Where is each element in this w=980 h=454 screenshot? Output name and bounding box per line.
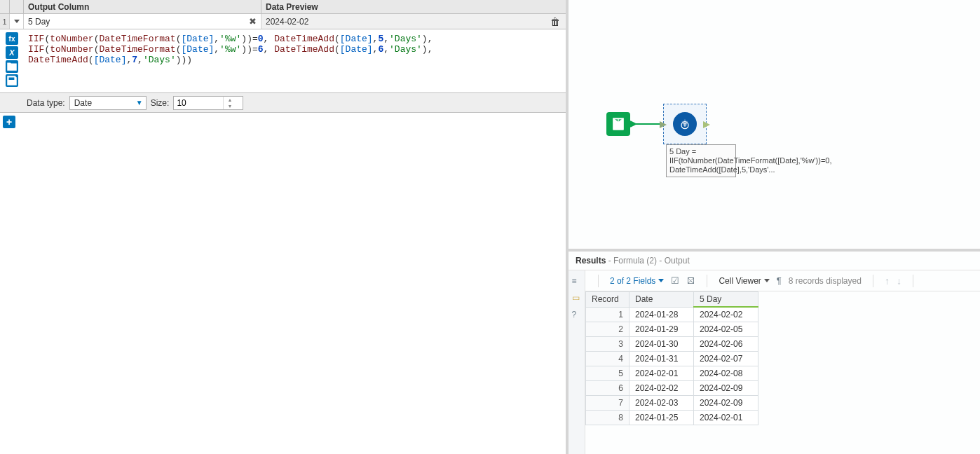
workflow-canvas[interactable]: 5 Day = IIF(toNumber(DateTimeFormat([Dat…: [569, 0, 980, 252]
tool-annotation[interactable]: 5 Day = IIF(toNumber(DateTimeFormat([Dat…: [666, 144, 736, 177]
results-table: Record Date 5 Day 12024-01-282024-02-022…: [585, 291, 758, 425]
list-view-icon[interactable]: ≡: [572, 276, 582, 286]
size-spinner[interactable]: ▲▼: [223, 97, 236, 109]
date-cell[interactable]: 2024-02-03: [629, 396, 694, 411]
records-displayed-label: 8 records displayed: [789, 276, 862, 286]
clear-output-icon[interactable]: ✖: [249, 16, 257, 27]
date-cell[interactable]: 2024-01-30: [629, 337, 694, 352]
col-record-header[interactable]: Record: [586, 292, 629, 308]
rownum-header: [0, 0, 10, 13]
results-title-bold: Results: [576, 256, 606, 266]
date-cell[interactable]: 2024-02-01: [629, 366, 694, 381]
prev-arrow-icon[interactable]: ↑: [885, 275, 890, 287]
formula-sidebar: fx X: [0, 29, 24, 92]
clear-selection-icon[interactable]: ⛝: [686, 275, 695, 286]
size-input[interactable]: [174, 98, 223, 108]
5day-cell[interactable]: 2024-02-07: [694, 352, 758, 366]
spinner-down-icon[interactable]: ▼: [224, 103, 236, 109]
help-icon[interactable]: ?: [572, 310, 582, 319]
dropdown-caret-icon: ▼: [136, 99, 143, 106]
table-row[interactable]: 12024-01-282024-02-02: [586, 307, 758, 322]
datatype-label: Data type:: [27, 98, 65, 108]
5day-cell[interactable]: 2024-02-09: [694, 381, 758, 396]
chevron-down-icon: [658, 279, 664, 282]
record-cell: 5: [586, 366, 629, 381]
spinner-up-icon[interactable]: ▲: [224, 97, 236, 103]
record-cell: 6: [586, 381, 629, 396]
size-label: Size:: [151, 98, 170, 108]
date-cell[interactable]: 2024-01-25: [629, 411, 694, 425]
5day-cell[interactable]: 2024-02-02: [694, 307, 758, 322]
formula-editor-area: fx X IIF(toNumber(DateTimeFormat([Date],…: [0, 29, 566, 93]
fx-functions-icon[interactable]: fx: [6, 32, 18, 45]
chevron-down-icon: [764, 279, 770, 282]
note-view-icon[interactable]: ▭: [572, 293, 582, 303]
formula-config-panel: Output Column Data Preview 1 5 Day ✖ 202…: [0, 0, 569, 454]
output-column-header: Output Column: [24, 0, 261, 13]
results-title: Results - Formula (2) - Output: [569, 252, 980, 270]
record-cell: 4: [586, 352, 629, 366]
5day-cell[interactable]: 2024-02-09: [694, 396, 758, 411]
5day-cell[interactable]: 2024-02-01: [694, 411, 758, 425]
5day-cell[interactable]: 2024-02-08: [694, 366, 758, 381]
date-cell[interactable]: 2024-01-28: [629, 307, 694, 322]
formula-tool-icon: [673, 112, 697, 136]
date-cell[interactable]: 2024-02-02: [629, 381, 694, 396]
table-row[interactable]: 42024-01-312024-02-07: [586, 352, 758, 366]
record-cell: 3: [586, 337, 629, 352]
row-number: 1: [0, 14, 10, 29]
col-date-header[interactable]: Date: [629, 292, 694, 308]
date-cell[interactable]: 2024-01-31: [629, 352, 694, 366]
data-preview-value: 2024-02-02: [266, 17, 308, 27]
formula-textarea[interactable]: IIF(toNumber(DateTimeFormat([Date],'%w')…: [24, 29, 566, 92]
cell-viewer-dropdown[interactable]: Cell Viewer: [719, 276, 769, 286]
output-anchor-2-icon[interactable]: [703, 121, 710, 128]
input-data-tool[interactable]: [606, 112, 630, 136]
pilcrow-icon[interactable]: ¶: [777, 275, 782, 286]
results-title-rest: - Formula (2) - Output: [606, 256, 689, 266]
data-preview-cell: 2024-02-02 🗑: [261, 14, 566, 29]
table-row[interactable]: 62024-02-022024-02-09: [586, 381, 758, 396]
data-preview-header: Data Preview: [261, 0, 566, 13]
fields-dropdown[interactable]: 2 of 2 Fields: [610, 276, 664, 286]
folder-icon[interactable]: [6, 60, 18, 73]
table-row[interactable]: 82024-01-252024-02-01: [586, 411, 758, 425]
next-arrow-icon[interactable]: ↓: [897, 275, 901, 287]
size-input-wrap: ▲▼: [173, 96, 243, 110]
add-expression-button[interactable]: +: [3, 116, 15, 128]
output-column-cell[interactable]: 5 Day ✖: [24, 14, 261, 29]
save-icon[interactable]: [6, 74, 18, 87]
table-row[interactable]: 22024-01-292024-02-05: [586, 322, 758, 337]
formula-tool-selected[interactable]: [663, 104, 707, 144]
expand-header: [10, 0, 24, 13]
table-row[interactable]: 52024-02-012024-02-08: [586, 366, 758, 381]
col-5day-header[interactable]: 5 Day: [694, 292, 758, 308]
results-toolbar: 2 of 2 Fields ☑ ⛝ Cell Viewer ¶ 8 record…: [585, 270, 980, 291]
x-variables-icon[interactable]: X: [6, 46, 18, 59]
record-cell: 2: [586, 322, 629, 337]
results-panel: Results - Formula (2) - Output ≡ ▭ ? 2 o…: [569, 252, 980, 454]
5day-cell[interactable]: 2024-02-05: [694, 322, 758, 337]
input-anchor-icon[interactable]: [660, 121, 667, 128]
add-row-area: +: [0, 113, 566, 131]
record-cell: 7: [586, 396, 629, 411]
record-cell: 1: [586, 307, 629, 322]
checkbox-icon[interactable]: ☑: [671, 275, 679, 286]
datatype-value: Date: [74, 98, 92, 108]
output-column-value: 5 Day: [28, 17, 50, 27]
datatype-row: Data type: Date ▼ Size: ▲▼: [0, 93, 566, 113]
delete-row-icon[interactable]: 🗑: [550, 16, 560, 27]
expand-toggle[interactable]: [10, 14, 24, 29]
record-cell: 8: [586, 411, 629, 425]
table-row[interactable]: 32024-01-302024-02-06: [586, 337, 758, 352]
results-leftbar: ≡ ▭ ?: [569, 270, 585, 454]
right-panel: 5 Day = IIF(toNumber(DateTimeFormat([Dat…: [569, 0, 980, 454]
datatype-select[interactable]: Date ▼: [69, 96, 147, 110]
5day-cell[interactable]: 2024-02-06: [694, 337, 758, 352]
date-cell[interactable]: 2024-01-29: [629, 322, 694, 337]
config-grid-header: Output Column Data Preview: [0, 0, 566, 14]
table-row[interactable]: 72024-02-032024-02-09: [586, 396, 758, 411]
config-row-1: 1 5 Day ✖ 2024-02-02 🗑: [0, 14, 566, 29]
